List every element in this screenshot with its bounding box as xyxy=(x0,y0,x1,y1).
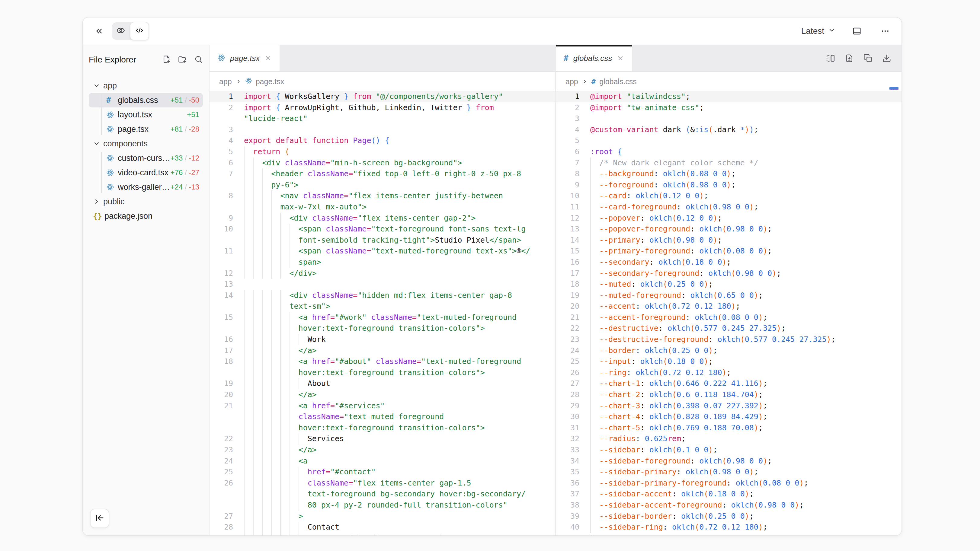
code-line[interactable]: 16--secondary: oklch(0.18 0 0); xyxy=(556,257,902,268)
code-line[interactable]: 24--border: oklch(0.25 0 0); xyxy=(556,345,902,356)
tree-folder-public[interactable]: public xyxy=(89,194,203,209)
tree-file-layout.tsx[interactable]: layout.tsx+51 xyxy=(89,107,203,122)
code-line[interactable]: 32--radius: 0.625rem; xyxy=(556,433,902,445)
code-line[interactable]: 31--chart-5: oklch(0.769 0.188 70.08); xyxy=(556,422,902,433)
code-line[interactable]: 23--destructive-foreground: oklch(0.577 … xyxy=(556,334,902,345)
breadcrumb-file[interactable]: page.tsx xyxy=(256,77,285,86)
code-line[interactable]: 1import { WorksGallery } from "@/compone… xyxy=(210,91,555,102)
code-line[interactable]: 30--chart-4: oklch(0.828 0.189 84.429); xyxy=(556,411,902,422)
code-line[interactable]: 39--sidebar-border: oklch(0.25 0 0); xyxy=(556,511,902,522)
tab-page-tsx[interactable]: page.tsx xyxy=(210,45,280,71)
search-icon[interactable] xyxy=(194,55,203,65)
code-line[interactable]: 25href="#contact" xyxy=(210,467,555,478)
code-line[interactable]: 2@import "tw-animate-css"; xyxy=(556,102,902,113)
code-line[interactable]: hover:text-foreground transition-colors"… xyxy=(210,367,555,378)
preview-toggle-button[interactable] xyxy=(112,22,130,40)
code-line[interactable]: text-sm"> xyxy=(210,301,555,312)
code-line[interactable]: 34--sidebar-foreground: oklch(0.98 0 0); xyxy=(556,456,902,467)
code-line[interactable]: font-semibold tracking-tight">Studio Pix… xyxy=(210,235,555,246)
code-line[interactable]: 26--ring: oklch(0.72 0.12 180); xyxy=(556,367,902,378)
code-line[interactable]: 19--muted-foreground: oklch(0.65 0 0); xyxy=(556,290,902,301)
code-line[interactable]: className="text-muted-foreground xyxy=(210,411,555,422)
code-line[interactable]: 28Contact xyxy=(210,522,555,533)
code-line[interactable]: 14--primary: oklch(0.98 0 0); xyxy=(556,235,902,246)
close-icon[interactable] xyxy=(264,55,272,62)
code-line[interactable]: 25--input: oklch(0.18 0 0); xyxy=(556,356,902,367)
tree-folder-components[interactable]: components xyxy=(89,137,203,151)
code-line[interactable]: 1@import "tailwindcss"; xyxy=(556,91,902,102)
code-line[interactable]: 36--sidebar-primary-foreground: oklch(0.… xyxy=(556,478,902,489)
code-line[interactable]: 22--destructive: oklch(0.577 0.245 27.32… xyxy=(556,323,902,334)
breadcrumb-folder[interactable]: app xyxy=(565,77,578,86)
code-line[interactable]: 5 xyxy=(556,135,902,146)
tab-globals-css[interactable]: # globals.css xyxy=(556,45,632,71)
code-line[interactable]: 3 xyxy=(556,113,902,124)
code-line[interactable]: 13--popover-foreground: oklch(0.98 0 0); xyxy=(556,224,902,235)
breadcrumb-file[interactable]: globals.css xyxy=(599,77,637,86)
code-line[interactable]: text-foreground bg-secondary hover:bg-se… xyxy=(210,489,555,500)
version-dropdown[interactable]: Latest xyxy=(801,26,836,36)
code-line[interactable]: 20--accent: oklch(0.72 0.12 180); xyxy=(556,301,902,312)
code-line[interactable]: 16Work xyxy=(210,334,555,345)
code-line[interactable]: py-6"> xyxy=(210,179,555,191)
code-line[interactable]: hover:text-foreground transition-colors"… xyxy=(210,323,555,334)
code-line[interactable]: 9<div className="flex items-center gap-2… xyxy=(210,213,555,224)
code-line[interactable]: 41} xyxy=(556,533,902,535)
new-folder-icon[interactable] xyxy=(178,55,187,65)
panel-bottom-icon[interactable] xyxy=(850,24,864,38)
code-line[interactable]: 21<a href="#services" xyxy=(210,400,555,411)
collapse-sidebar-button[interactable] xyxy=(90,509,109,528)
code-line[interactable]: 29<ArrowUpRight className="w-4 h-4" /> xyxy=(210,533,555,535)
code-line[interactable]: 13 xyxy=(210,279,555,290)
code-line[interactable]: 6:root { xyxy=(556,146,902,157)
code-line[interactable]: 2import { ArrowUpRight, Github, Linkedin… xyxy=(210,102,555,113)
ellipsis-icon[interactable] xyxy=(878,24,892,38)
tree-file-works-galler-[interactable]: works-galler…+24 / -13 xyxy=(89,180,203,194)
close-icon[interactable] xyxy=(617,55,624,62)
new-file-icon[interactable] xyxy=(162,55,171,65)
code-line[interactable]: 8<nav className="flex items-center justi… xyxy=(210,191,555,202)
code-line[interactable]: 10<span className="text-foreground font-… xyxy=(210,224,555,235)
code-line[interactable]: 4@custom-variant dark (&:is(.dark *)); xyxy=(556,124,902,135)
code-line[interactable]: 4export default function Page() { xyxy=(210,135,555,146)
tree-file-page.tsx[interactable]: page.tsx+81 / -28 xyxy=(89,122,203,137)
code-line[interactable]: 12--popover: oklch(0.12 0 0); xyxy=(556,213,902,224)
code-line[interactable]: 24<a xyxy=(210,456,555,467)
code-line[interactable]: 19About xyxy=(210,378,555,389)
code-line[interactable]: 23</a> xyxy=(210,445,555,456)
code-line[interactable]: 14<div className="hidden md:flex items-c… xyxy=(210,290,555,301)
code-line[interactable]: "lucide-react" xyxy=(210,113,555,124)
code-line[interactable]: 28--chart-2: oklch(0.6 0.118 184.704); xyxy=(556,389,902,400)
code-line[interactable]: 21--accent-foreground: oklch(0.08 0 0); xyxy=(556,312,902,323)
split-diff-icon[interactable] xyxy=(826,54,835,63)
code-line[interactable]: 7<header className="fixed top-0 left-0 r… xyxy=(210,168,555,179)
breadcrumb-folder[interactable]: app xyxy=(219,77,232,86)
code-line[interactable]: 11<span className="text-muted-foreground… xyxy=(210,246,555,257)
code-line[interactable]: 15--primary-foreground: oklch(0.08 0 0); xyxy=(556,246,902,257)
code-line[interactable]: 3 xyxy=(210,124,555,135)
code-line[interactable]: 20</a> xyxy=(210,389,555,400)
code-toggle-button[interactable] xyxy=(130,22,149,40)
code-line[interactable]: 9--foreground: oklch(0.98 0 0); xyxy=(556,179,902,191)
tree-file-globals.css[interactable]: #globals.css+51 / -50 xyxy=(89,93,203,107)
code-line[interactable]: 18<a href="#about" className="text-muted… xyxy=(210,356,555,367)
code-line[interactable]: 18--muted: oklch(0.25 0 0); xyxy=(556,279,902,290)
code-line[interactable]: 10--card: oklch(0.12 0 0); xyxy=(556,191,902,202)
download-icon[interactable] xyxy=(882,54,891,63)
code-line[interactable]: 15<a href="#work" className="text-muted-… xyxy=(210,312,555,323)
scrollbar-thumb[interactable] xyxy=(889,87,899,90)
tree-file-video-card.tsx[interactable]: video-card.tsx+76 / -27 xyxy=(89,165,203,180)
copy-icon[interactable] xyxy=(864,54,872,63)
code-editor-page-tsx[interactable]: 1import { WorksGallery } from "@/compone… xyxy=(210,91,555,535)
code-line[interactable]: 8--background: oklch(0.08 0 0); xyxy=(556,168,902,179)
code-line[interactable]: 35--sidebar-primary: oklch(0.98 0 0); xyxy=(556,467,902,478)
code-line[interactable]: 27--chart-1: oklch(0.646 0.222 41.116); xyxy=(556,378,902,389)
chevrons-left-icon[interactable] xyxy=(92,24,106,38)
code-line[interactable]: 27> xyxy=(210,511,555,522)
code-line[interactable]: 6<div className="min-h-screen bg-backgro… xyxy=(210,157,555,169)
code-line[interactable]: span> xyxy=(210,257,555,268)
code-line[interactable]: 33--sidebar: oklch(0.1 0 0); xyxy=(556,445,902,456)
code-line[interactable]: 17--secondary-foreground: oklch(0.98 0 0… xyxy=(556,268,902,279)
code-line[interactable]: 11--card-foreground: oklch(0.98 0 0); xyxy=(556,202,902,213)
code-line[interactable]: 38--sidebar-accent-foreground: oklch(0.9… xyxy=(556,500,902,511)
